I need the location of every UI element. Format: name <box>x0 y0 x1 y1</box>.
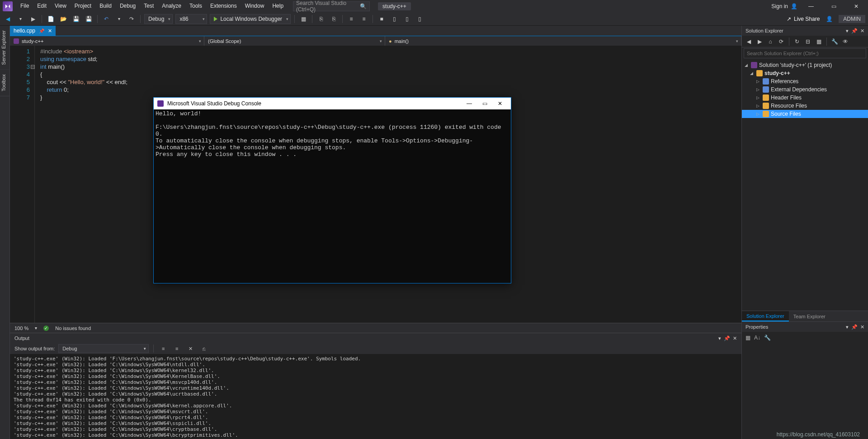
output-source-combo[interactable]: Debug <box>58 344 149 353</box>
sln-sync-icon[interactable]: ⟳ <box>777 38 785 46</box>
props-alpha-icon[interactable]: A↓ <box>754 335 760 341</box>
output-tool-2[interactable]: ≡ <box>172 344 182 354</box>
menu-edit[interactable]: Edit <box>33 3 51 9</box>
breadcrumb-scope-combo[interactable]: (Global Scope) <box>204 36 385 46</box>
sln-collapse-icon[interactable]: ⊟ <box>804 38 812 46</box>
configuration-combo[interactable]: Debug <box>144 14 173 24</box>
tree-node-external-dependencies[interactable]: ▷External Dependencies <box>742 85 868 94</box>
platform-combo[interactable]: x86 <box>175 14 207 24</box>
solution-search-box[interactable] <box>744 48 866 58</box>
props-close-icon[interactable]: ✕ <box>860 324 864 330</box>
menu-file[interactable]: File <box>16 3 33 9</box>
server-explorer-tab[interactable]: Server Explorer <box>0 26 9 70</box>
toolbar-icon-2[interactable]: ⎘ <box>316 14 326 24</box>
sln-fwd-icon[interactable]: ▶ <box>755 38 764 46</box>
global-search-input[interactable]: Search Visual Studio (Ctrl+Q) 🔍 <box>293 1 370 11</box>
toolbar-icon-7[interactable]: ▯ <box>389 14 399 24</box>
tab-team-explorer[interactable]: Team Explorer <box>789 311 830 321</box>
props-pin-icon[interactable]: 📌 <box>851 324 858 330</box>
tree-node-source-files[interactable]: ▷Source Files <box>742 110 868 118</box>
console-minimize-button[interactable]: — <box>462 99 476 109</box>
solution-search-input[interactable] <box>744 49 866 58</box>
output-tool-3[interactable]: ✕ <box>185 344 195 354</box>
toolbar-icon-4[interactable]: ≡ <box>346 14 356 24</box>
props-pages-icon[interactable]: 🔧 <box>764 335 771 341</box>
sln-refresh-icon[interactable]: ↻ <box>793 38 801 46</box>
zoom-level[interactable]: 100 % <box>14 326 28 331</box>
output-pin-icon[interactable]: 📌 <box>724 335 730 341</box>
save-all-button[interactable]: 💾 <box>84 14 94 24</box>
new-project-button[interactable]: 📄 <box>46 14 56 24</box>
toolbar-icon-3[interactable]: ⎘ <box>329 14 339 24</box>
menu-analyze[interactable]: Analyze <box>158 3 185 9</box>
live-share-button[interactable]: ↗ Live Share <box>787 16 820 22</box>
menu-view[interactable]: View <box>51 3 71 9</box>
sln-preview-icon[interactable]: 👁 <box>841 38 849 46</box>
zoom-dropdown-icon[interactable]: ▾ <box>35 326 37 330</box>
undo-button[interactable]: ↶ <box>101 14 111 24</box>
toolbar-icon-9[interactable]: ▯ <box>415 14 425 24</box>
solution-tree[interactable]: ◢ Solution 'study-c++' (1 project) ◢ stu… <box>742 59 868 311</box>
output-dropdown-icon[interactable]: ▾ <box>718 335 721 341</box>
nav-back-button[interactable]: ◀ <box>3 14 13 24</box>
breadcrumb-project-combo[interactable]: study-c++ <box>10 36 204 46</box>
editor-tab-hello-cpp[interactable]: hello.cpp 📌 ✕ <box>10 26 56 36</box>
sln-dropdown-icon[interactable]: ▾ <box>846 28 849 34</box>
toolbar-icon-6[interactable]: ■ <box>377 14 387 24</box>
menu-tools[interactable]: Tools <box>185 3 206 9</box>
output-tool-4[interactable]: ⎌ <box>199 344 209 354</box>
nav-forward-button[interactable]: ▶ <box>28 14 38 24</box>
sln-back-icon[interactable]: ◀ <box>745 38 753 46</box>
sln-showall-icon[interactable]: ▦ <box>815 38 823 46</box>
console-close-button[interactable]: ✕ <box>493 99 507 109</box>
tree-node-references[interactable]: ▷References <box>742 77 868 85</box>
save-button[interactable]: 💾 <box>71 14 81 24</box>
console-titlebar[interactable]: Microsoft Visual Studio Debug Console — … <box>154 98 511 109</box>
sign-in-button[interactable]: Sign in👤 <box>771 3 797 9</box>
sln-close-icon[interactable]: ✕ <box>860 28 864 34</box>
solution-root-node[interactable]: ◢ Solution 'study-c++' (1 project) <box>742 61 868 69</box>
nav-back-dropdown[interactable]: ▾ <box>15 14 25 24</box>
pin-icon[interactable]: 📌 <box>39 28 44 33</box>
open-file-button[interactable]: 📂 <box>58 14 68 24</box>
debug-console-window[interactable]: Microsoft Visual Studio Debug Console — … <box>153 97 511 283</box>
feedback-icon[interactable]: 👤 <box>824 14 834 24</box>
output-toolbar: Show output from: Debug ≡ ≡ ✕ ⎌ <box>10 343 741 354</box>
play-icon <box>214 17 217 21</box>
toolbox-tab[interactable]: Toolbox <box>0 70 9 96</box>
output-text[interactable]: 'study-c++.exe' (Win32): Loaded 'F:\User… <box>10 354 741 439</box>
toolbar-icon-8[interactable]: ▯ <box>402 14 412 24</box>
minimize-button[interactable]: — <box>802 0 820 12</box>
menu-build[interactable]: Build <box>95 3 116 9</box>
redo-button[interactable]: ↷ <box>127 14 137 24</box>
sln-pin-icon[interactable]: 📌 <box>851 28 858 34</box>
close-button[interactable]: ✕ <box>847 0 865 12</box>
console-maximize-button[interactable]: ▭ <box>477 99 492 109</box>
menu-test[interactable]: Test <box>140 3 158 9</box>
menu-project[interactable]: Project <box>71 3 95 9</box>
maximize-button[interactable]: ▭ <box>825 0 843 12</box>
sln-home-icon[interactable]: ⌂ <box>766 38 774 46</box>
undo-dropdown[interactable]: ▾ <box>114 14 124 24</box>
tree-node-header-files[interactable]: ▷Header Files <box>742 94 868 102</box>
menu-help[interactable]: Help <box>268 3 288 9</box>
toolbar-icon-1[interactable]: ▦ <box>298 14 308 24</box>
close-tab-icon[interactable]: ✕ <box>48 28 52 34</box>
props-categorize-icon[interactable]: ▦ <box>745 335 750 341</box>
menu-debug[interactable]: Debug <box>116 3 140 9</box>
menu-extensions[interactable]: Extensions <box>206 3 241 9</box>
toolbar-icon-5[interactable]: ≡ <box>359 14 369 24</box>
solution-name-combo[interactable]: study-c++ <box>378 2 411 10</box>
console-output[interactable]: Hello, world! F:\Users\zhangjun.fnst\sou… <box>154 109 511 283</box>
output-close-icon[interactable]: ✕ <box>733 335 737 341</box>
props-dropdown-icon[interactable]: ▾ <box>846 324 849 330</box>
tree-node-resource-files[interactable]: ▷Resource Files <box>742 102 868 110</box>
project-node[interactable]: ◢ study-c++ <box>742 69 868 77</box>
menu-window[interactable]: Window <box>241 3 269 9</box>
output-tool-1[interactable]: ≡ <box>158 344 168 354</box>
start-debugging-button[interactable]: Local Windows Debugger <box>210 14 291 24</box>
properties-grid[interactable] <box>742 344 868 439</box>
tab-solution-explorer[interactable]: Solution Explorer <box>742 311 789 321</box>
sln-properties-icon[interactable]: 🔧 <box>830 38 839 46</box>
breadcrumb-function-combo[interactable]: ●main() <box>385 36 741 46</box>
